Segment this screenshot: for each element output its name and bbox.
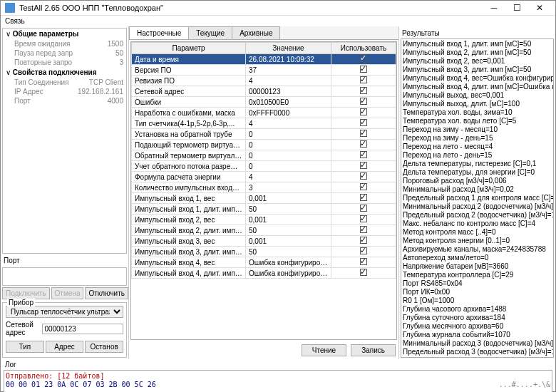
result-line: Глубина суточного архива=184: [403, 314, 552, 322]
result-line: Импульсный вход 2, вес=0,001: [403, 57, 552, 66]
table-row[interactable]: Импульсный вход 3, вес0,001: [132, 236, 396, 247]
result-line: Глубина журнала событий=1070: [403, 331, 552, 339]
table-row[interactable]: Учет обратного потока разрешен0: [132, 161, 396, 172]
table-row[interactable]: Установка на обратной трубе0: [132, 129, 396, 140]
tree-item[interactable]: IP Адрес192.168.2.161: [3, 87, 126, 96]
col-value[interactable]: Значение: [246, 43, 331, 54]
minimize-button[interactable]: ─: [483, 1, 505, 15]
cancel-button: Отмена: [51, 287, 84, 299]
table-row[interactable]: Обратный термометр виртуальный0: [132, 150, 396, 161]
table-row[interactable]: Подающий термометр виртуаль...0: [132, 140, 396, 150]
use-checkbox[interactable]: [360, 130, 367, 137]
disconnect-button[interactable]: Отключить: [85, 287, 128, 299]
table-row[interactable]: Импульсный вход 2, длит. имп [мС]50: [132, 225, 396, 236]
addr-button[interactable]: Адрес: [46, 341, 84, 353]
tree-item[interactable]: Тип СоединенияTCP Client: [3, 78, 126, 87]
use-checkbox[interactable]: [360, 76, 367, 83]
table-row[interactable]: Импульсный вход 2, вес0,001: [132, 215, 396, 225]
tree-group-connection[interactable]: Свойства подключения: [3, 67, 126, 78]
use-checkbox[interactable]: [360, 108, 367, 115]
table-row[interactable]: Импульсный вход 1, длит. имп [мС]50: [132, 204, 396, 215]
settings-tree[interactable]: Общие параметры Время ожидания1500Пауза …: [2, 28, 127, 254]
result-line: Импульсный выход, длит. [мС]=100: [403, 100, 552, 108]
use-checkbox[interactable]: [360, 55, 367, 62]
table-row[interactable]: Импульсный вход 1, вес0,001: [132, 193, 396, 204]
use-checkbox[interactable]: [360, 258, 367, 265]
write-button[interactable]: Запись: [351, 344, 396, 356]
table-row[interactable]: Наработка с ошибками, маска0xFFFF0000: [132, 108, 396, 118]
table-row[interactable]: Формула расчета энергии4: [132, 172, 396, 182]
device-group: Прибор Пульсар теплосчётчик ультразвуков…: [2, 302, 127, 358]
result-line: Дельта температуры, гистерезис [С]=0,1: [403, 160, 552, 168]
table-row[interactable]: Импульсный вход 4, весОшибка конфигуриро…: [132, 257, 396, 268]
use-checkbox[interactable]: [360, 247, 367, 254]
result-line: Температура хол. воды, зима=10: [403, 108, 552, 117]
table-row[interactable]: Тип счетчика(4-1р,5-2р,6-3р,...4: [132, 118, 396, 129]
result-line: Минимальный расход 2 (водосчетчика) [м3/…: [403, 202, 552, 211]
maximize-button[interactable]: ☐: [505, 1, 528, 15]
result-line: Архивируемые каналы, маска=2424835788: [403, 245, 552, 254]
use-checkbox[interactable]: [360, 119, 367, 126]
use-checkbox[interactable]: [360, 183, 367, 190]
use-checkbox[interactable]: [360, 172, 367, 180]
result-line: Импульсный вход 1, длит. имп [мС]=50: [403, 40, 552, 48]
table-row[interactable]: Сетевой адрес00000123: [132, 86, 396, 97]
use-checkbox[interactable]: [360, 205, 367, 212]
use-checkbox[interactable]: [360, 237, 367, 244]
menu-connection[interactable]: Связь: [5, 17, 25, 25]
tree-item[interactable]: Пауза перед запр50: [3, 48, 126, 58]
tab[interactable]: Настроечные: [129, 26, 189, 39]
result-line: R0 1 [Ом]=1000: [403, 296, 552, 305]
result-line: Импульсный вход 4, длит. имп [мС]=Ошибка…: [403, 83, 552, 91]
table-row[interactable]: Импульсный вход 4, длит. имп [мС]Ошибка …: [132, 268, 396, 279]
tree-group-general[interactable]: Общие параметры: [3, 29, 126, 39]
table-row[interactable]: Версия ПО37: [132, 65, 396, 76]
col-param[interactable]: Параметр: [132, 43, 246, 54]
close-button[interactable]: ✕: [528, 1, 551, 15]
result-line: Метод контроля масс [..4]=0: [403, 228, 552, 237]
tab[interactable]: Текущие: [188, 26, 232, 39]
type-button[interactable]: Тип: [6, 341, 44, 353]
netaddr-input[interactable]: [42, 324, 123, 334]
connect-button: Подключить: [2, 287, 50, 299]
tab[interactable]: Архивные: [232, 26, 280, 39]
log-label: Лог: [1, 359, 555, 370]
result-line: Глубина часового архива=1488: [403, 305, 552, 314]
use-checkbox[interactable]: [360, 151, 367, 158]
param-table[interactable]: Параметр Значение Использовать Дата и вр…: [131, 42, 396, 279]
use-checkbox[interactable]: [360, 162, 367, 169]
table-row[interactable]: Количество импульсных входов [...3: [132, 182, 396, 193]
result-line: Предельный расход 1 для контроля масс [С…: [403, 194, 552, 202]
use-checkbox[interactable]: [360, 98, 367, 105]
result-line: Переход на лето - день=15: [403, 151, 552, 160]
read-button[interactable]: Чтение: [302, 344, 346, 356]
result-line: Пороговый расход [м3/ч]=0,006: [403, 177, 552, 185]
tabs: НастроечныеТекущиеАрхивные: [129, 26, 398, 40]
use-checkbox[interactable]: [360, 194, 367, 201]
use-checkbox[interactable]: [360, 269, 367, 276]
result-line: Импульсный вход 4, вес=Ошибка конфигурир…: [403, 74, 552, 83]
use-checkbox[interactable]: [360, 140, 367, 148]
use-checkbox[interactable]: [360, 87, 367, 94]
tree-item[interactable]: Порт4000: [3, 96, 126, 105]
col-use[interactable]: Использовать: [331, 43, 396, 54]
use-checkbox[interactable]: [360, 226, 367, 233]
tree-item[interactable]: Повторные запро3: [3, 58, 126, 67]
table-row[interactable]: Импульсный вход 3, длит. имп [мС]50: [132, 247, 396, 257]
use-checkbox[interactable]: [360, 215, 367, 222]
titlebar: TestAll 2.65 ООО НПП "Тепловодохран" ─ ☐…: [1, 1, 555, 16]
result-line: Предельный расход 2 (водосчетчика) [м3/ч…: [403, 211, 552, 220]
stop-button[interactable]: Останов: [85, 341, 123, 353]
table-row[interactable]: Дата и время26.08.2021 10:09:32: [132, 54, 396, 65]
table-row[interactable]: Ревизия ПО4: [132, 76, 396, 86]
result-line: Порт ИК=0x00: [403, 288, 552, 296]
log-panel[interactable]: Отправлено: [12 байтов]00 00 01 23 0A 0C…: [4, 370, 552, 392]
port-label: Порт: [2, 254, 127, 267]
use-checkbox[interactable]: [360, 66, 367, 73]
results-list[interactable]: Импульсный вход 1, длит. имп [мС]=50Импу…: [401, 38, 554, 358]
device-select[interactable]: Пульсар теплосчётчик ультразвуковой v3:: [6, 306, 123, 318]
table-row[interactable]: Ошибки0x010500E0: [132, 97, 396, 108]
result-line: Температура хол. воды лето [С]=5: [403, 117, 552, 125]
result-line: Напряжение батареи [мВ]=3660: [403, 262, 552, 271]
tree-item[interactable]: Время ожидания1500: [3, 39, 126, 48]
